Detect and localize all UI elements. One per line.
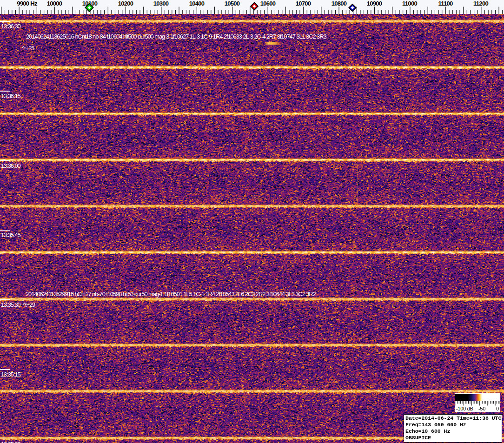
svg-text:10600: 10600: [260, 0, 276, 7]
svg-text:10500: 10500: [225, 0, 240, 7]
svg-text:11200: 11200: [473, 0, 488, 7]
svg-text:10200: 10200: [118, 0, 133, 7]
svg-text:10000: 10000: [47, 0, 62, 7]
svg-text:9900 Hz: 9900 Hz: [17, 0, 38, 7]
svg-text:10300: 10300: [153, 0, 169, 7]
svg-text:10800: 10800: [332, 0, 347, 7]
svg-text:10400: 10400: [189, 0, 205, 7]
svg-text:11100: 11100: [438, 0, 453, 7]
svg-text:11000: 11000: [402, 0, 417, 7]
svg-text:10900: 10900: [367, 0, 382, 7]
svg-text:10700: 10700: [296, 0, 311, 7]
